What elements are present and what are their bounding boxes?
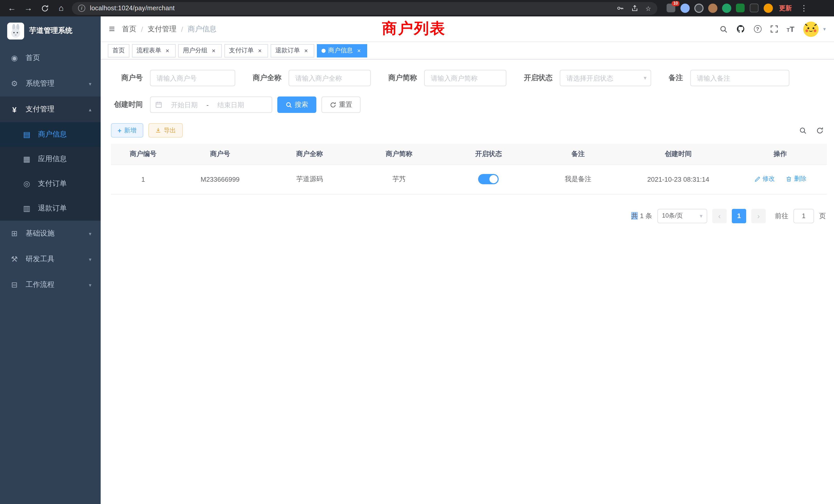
reset-button[interactable]: 重置 [322, 96, 360, 113]
fullscreen-icon[interactable] [770, 25, 778, 33]
full-name-input[interactable] [289, 70, 371, 86]
sidebar-item-label: 退款订单 [38, 204, 67, 213]
sidebar-subitem-payment-order[interactable]: ◎ 支付订单 [0, 171, 101, 196]
create-time-range-picker[interactable]: - [150, 96, 272, 113]
close-icon[interactable]: × [256, 47, 263, 54]
status-label: 开启状态 [524, 73, 553, 83]
dashboard-icon: ◉ [9, 53, 20, 63]
password-key-icon[interactable] [617, 5, 624, 12]
export-button[interactable]: 导出 [148, 123, 182, 138]
extension-icon[interactable] [680, 4, 690, 13]
hamburger-icon[interactable]: ≡ [109, 23, 115, 35]
search-button[interactable]: 搜索 [277, 96, 316, 113]
url-text[interactable]: localhost:1024/pay/merchant [90, 5, 617, 12]
prev-page-button[interactable]: ‹ [712, 209, 727, 223]
sidebar-item-system[interactable]: ⚙ 系统管理 ▾ [0, 71, 101, 96]
help-icon[interactable]: ? [754, 25, 761, 33]
search-icon[interactable] [719, 25, 727, 33]
status-select[interactable] [560, 70, 651, 86]
app-logo[interactable]: 芋道管理系统 [0, 17, 101, 45]
sidebar-item-label: 工作流程 [26, 280, 54, 290]
full-name-label: 商户全称 [253, 73, 281, 83]
close-icon[interactable]: × [303, 47, 310, 54]
sidebar-item-label: 系统管理 [26, 79, 54, 88]
screen: ← → ⌂ ?i localhost:1024/pay/merchant ☆ 1… [0, 0, 834, 504]
col-short-name: 商户简称 [354, 144, 444, 164]
browser-back-button[interactable]: ← [4, 1, 20, 16]
add-button[interactable]: + 新增 [111, 123, 143, 138]
tags-view-bar: 首页 流程表单 × 用户分组 × 支付订单 × 退款订单 × [101, 42, 834, 60]
sidebar-item-infrastructure[interactable]: ⊞ 基础设施 ▾ [0, 221, 101, 246]
date-separator: - [206, 101, 209, 109]
chevron-down-icon: ▾ [89, 282, 91, 288]
breadcrumb-separator: / [141, 25, 143, 33]
status-toggle[interactable] [478, 174, 499, 184]
col-create-time: 创建时间 [623, 144, 733, 164]
close-icon[interactable]: × [164, 47, 171, 54]
refresh-table-icon[interactable] [816, 127, 824, 134]
target-icon: ◎ [22, 179, 32, 188]
merchant-table: 商户编号 商户号 商户全称 商户简称 开启状态 备注 创建时间 操作 1 [111, 144, 827, 194]
remark-input[interactable] [690, 70, 789, 86]
close-icon[interactable]: × [355, 47, 363, 54]
browser-menu-icon[interactable]: ⋮ [798, 4, 810, 13]
browser-reload-button[interactable] [37, 1, 52, 16]
cell-status [444, 164, 533, 194]
github-icon[interactable] [736, 25, 745, 33]
breadcrumb-item-home[interactable]: 首页 [122, 24, 136, 33]
sidebar-item-label: 支付管理 [26, 105, 54, 114]
short-name-input[interactable] [424, 70, 506, 86]
font-size-icon[interactable]: TT [787, 25, 794, 33]
sidebar-subitem-merchant-info[interactable]: ▤ 商户信息 [0, 122, 101, 147]
sidebar-item-workflow[interactable]: ⊟ 工作流程 ▾ [0, 272, 101, 298]
sidebar-item-label: 商户信息 [38, 130, 67, 139]
tab-process-form[interactable]: 流程表单 × [132, 44, 176, 57]
sidebar-item-devtools[interactable]: ⚒ 研发工具 ▾ [0, 246, 101, 272]
pagination-total: 共1 条 [631, 211, 652, 221]
next-page-button[interactable]: › [751, 209, 766, 223]
start-date-input[interactable] [164, 101, 204, 109]
breadcrumb-item-payment[interactable]: 支付管理 [148, 24, 176, 33]
breadcrumb-item-merchant-info: 商户信息 [188, 24, 217, 33]
sidebar-item-home[interactable]: ◉ 首页 [0, 45, 101, 71]
sidebar: 芋道管理系统 ◉ 首页 ⚙ 系统管理 ▾ ¥ 支付管理 ▴ ▤ 商户信息 [0, 17, 101, 504]
tab-user-group[interactable]: 用户分组 × [178, 44, 222, 57]
create-time-label: 创建时间 [111, 100, 143, 109]
browser-forward-button[interactable]: → [21, 1, 36, 16]
sidebar-subitem-refund-order[interactable]: ▥ 退款订单 [0, 196, 101, 221]
extension-icon[interactable]: 10 [666, 4, 676, 13]
page-size-select[interactable] [657, 209, 707, 223]
merchant-no-input[interactable] [150, 70, 235, 86]
toggle-search-icon[interactable] [799, 127, 807, 134]
tab-refund-order[interactable]: 退款订单 × [271, 44, 314, 57]
trash-icon [786, 176, 792, 182]
chevron-down-icon[interactable]: ▾ [823, 26, 826, 32]
browser-update-button[interactable]: 更新 [774, 4, 797, 13]
site-info-icon[interactable]: ?i [78, 5, 85, 12]
extension-icon[interactable] [722, 4, 731, 13]
extension-icon[interactable] [736, 4, 745, 13]
sidebar-subitem-app-info[interactable]: ▦ 应用信息 [0, 147, 101, 171]
bookmark-star-icon[interactable]: ☆ [645, 4, 651, 12]
profile-avatar-icon[interactable] [764, 4, 773, 13]
sidebar-item-payment[interactable]: ¥ 支付管理 ▴ [0, 96, 101, 122]
user-avatar[interactable] [803, 21, 818, 37]
sidebar-item-label: 应用信息 [38, 155, 67, 164]
extension-icon[interactable] [708, 4, 718, 13]
col-full-name: 商户全称 [265, 144, 354, 164]
goto-suffix: 页 [819, 211, 826, 221]
browser-home-button[interactable]: ⌂ [53, 1, 69, 16]
address-bar[interactable]: ?i localhost:1024/pay/merchant ☆ [72, 2, 657, 15]
page-1-button[interactable]: 1 [732, 209, 746, 223]
tab-payment-order[interactable]: 支付订单 × [224, 44, 268, 57]
edit-link[interactable]: 修改 [754, 175, 775, 183]
extension-icon[interactable] [750, 4, 759, 13]
share-icon[interactable] [631, 5, 638, 12]
delete-link[interactable]: 删除 [786, 175, 806, 183]
extension-icon[interactable] [694, 4, 704, 13]
tab-merchant-info[interactable]: 商户信息 × [317, 44, 367, 57]
end-date-input[interactable] [211, 101, 251, 109]
goto-page-input[interactable] [793, 209, 814, 223]
close-icon[interactable]: × [210, 47, 217, 54]
tab-home[interactable]: 首页 [108, 44, 129, 57]
